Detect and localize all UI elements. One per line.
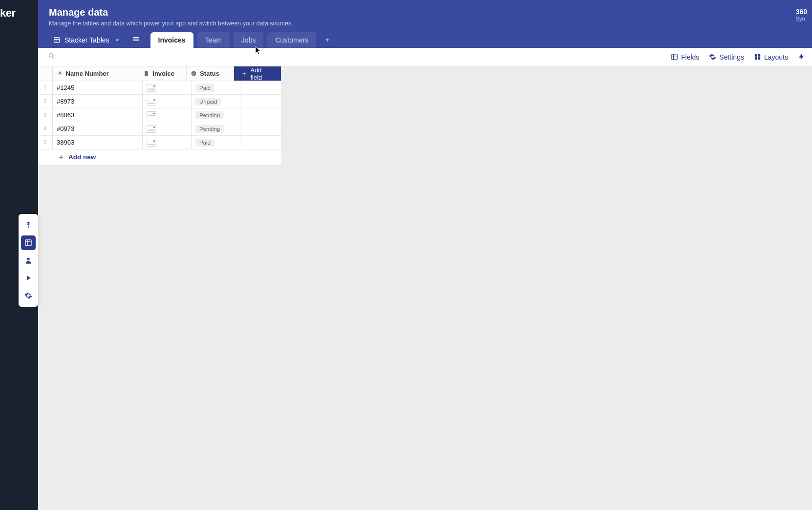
- cell-status[interactable]: Unpaid: [192, 95, 240, 108]
- table-row[interactable]: 3 #8063 Pending: [38, 108, 281, 122]
- tabs-row: Stacker Tables Invoices Team Jobs Custom…: [49, 32, 334, 48]
- cell-status[interactable]: Pending: [192, 108, 240, 122]
- row-number: 3: [38, 108, 53, 122]
- layouts-label: Layouts: [764, 53, 788, 61]
- invoice-thumb-icon: [147, 125, 156, 133]
- sync-label: Syn: [796, 16, 807, 21]
- table-row[interactable]: 1 #1245 Paid: [38, 81, 281, 95]
- tab-customers[interactable]: Customers: [267, 32, 316, 48]
- chevron-down-icon: [113, 36, 121, 44]
- svg-rect-10: [755, 54, 757, 57]
- rail-play-icon[interactable]: [21, 271, 36, 285]
- row-number: 2: [38, 95, 53, 108]
- rail-user-icon[interactable]: [21, 253, 36, 268]
- menu-icon[interactable]: [129, 32, 143, 48]
- rail-data-icon[interactable]: [21, 235, 36, 250]
- row-number: 1: [38, 81, 53, 94]
- table-row[interactable]: 4 #0973 Pending: [38, 122, 281, 136]
- col-status[interactable]: Status: [187, 66, 234, 81]
- layouts-icon: [754, 53, 761, 61]
- invoice-thumb-icon: [147, 139, 156, 147]
- cell-status[interactable]: Paid: [192, 81, 240, 94]
- cell-name[interactable]: #0973: [53, 122, 143, 135]
- fields-icon: [671, 53, 678, 61]
- datasource-icon: [53, 36, 61, 44]
- plus-icon: [58, 154, 64, 161]
- cell-name[interactable]: #8973: [53, 95, 143, 108]
- status-pill: Unpaid: [195, 98, 221, 106]
- side-rail: [19, 214, 38, 307]
- svg-point-5: [49, 54, 53, 58]
- text-type-icon: [57, 70, 63, 77]
- invoice-thumb-icon: [147, 98, 156, 106]
- fields-label: Fields: [681, 53, 699, 61]
- status-pill: Paid: [195, 139, 214, 147]
- cell-invoice[interactable]: [143, 136, 192, 149]
- logo-text: ker: [0, 7, 16, 19]
- svg-line-6: [52, 57, 54, 58]
- status-pill: Paid: [195, 84, 214, 92]
- status-icon: [191, 70, 197, 77]
- cell-invoice[interactable]: [143, 95, 192, 108]
- tab-jobs[interactable]: Jobs: [234, 32, 264, 48]
- header-sync-status: 360 Syn: [796, 8, 807, 21]
- rail-settings-icon[interactable]: [21, 288, 36, 303]
- cell-invoice[interactable]: [143, 108, 192, 122]
- data-table: Name Number Invoice Status Add field 1 #…: [38, 66, 281, 149]
- svg-rect-11: [758, 54, 760, 57]
- row-number-header: [38, 66, 53, 81]
- svg-rect-12: [755, 57, 757, 60]
- search-icon[interactable]: [48, 52, 55, 62]
- table-row[interactable]: 2 #8973 Unpaid: [38, 95, 281, 108]
- add-field-button[interactable]: Add field: [234, 66, 281, 81]
- main-area: Manage data Manage the tables and data w…: [38, 0, 812, 510]
- svg-rect-13: [758, 57, 760, 60]
- svg-point-14: [192, 71, 196, 76]
- col-name-number[interactable]: Name Number: [53, 66, 140, 81]
- bolt-button[interactable]: [798, 53, 805, 61]
- svg-rect-0: [25, 240, 31, 246]
- svg-point-3: [27, 258, 29, 260]
- cell-name[interactable]: #8063: [53, 108, 143, 122]
- cell-invoice[interactable]: [143, 81, 192, 94]
- invoice-thumb-icon: [147, 111, 156, 119]
- page-title: Manage data: [49, 7, 801, 18]
- add-new-button[interactable]: Add new: [38, 149, 281, 165]
- page-subtitle: Manage the tables and data which power y…: [49, 20, 801, 27]
- settings-button[interactable]: Settings: [709, 53, 744, 61]
- status-pill: Pending: [195, 111, 224, 119]
- cell-status[interactable]: Pending: [192, 122, 240, 135]
- layouts-button[interactable]: Layouts: [754, 53, 788, 61]
- gear-icon: [709, 53, 716, 61]
- rail-pin-icon[interactable]: [21, 218, 36, 233]
- datasource-selector[interactable]: Stacker Tables: [49, 33, 125, 47]
- fields-button[interactable]: Fields: [671, 53, 699, 61]
- sync-count: 360: [796, 8, 807, 16]
- tab-invoices[interactable]: Invoices: [150, 32, 193, 48]
- cell-name[interactable]: #1245: [53, 81, 143, 94]
- row-number: 5: [38, 136, 53, 149]
- invoice-thumb-icon: [147, 84, 156, 92]
- datasource-name: Stacker Tables: [64, 36, 109, 44]
- tab-team[interactable]: Team: [197, 32, 230, 48]
- settings-label: Settings: [719, 53, 744, 61]
- header-bar: Manage data Manage the tables and data w…: [38, 0, 812, 48]
- bolt-icon: [798, 53, 805, 61]
- toolbar: Fields Settings Layouts: [38, 48, 812, 66]
- cell-status[interactable]: Paid: [192, 136, 240, 149]
- row-number: 4: [38, 122, 53, 135]
- cell-invoice[interactable]: [143, 122, 192, 135]
- content-area: Name Number Invoice Status Add field 1 #…: [38, 66, 812, 510]
- cell-name[interactable]: 38963: [53, 136, 143, 149]
- svg-rect-4: [54, 38, 60, 43]
- add-new-label: Add new: [68, 153, 96, 161]
- table-header: Name Number Invoice Status Add field: [38, 66, 281, 81]
- plus-icon: [241, 70, 247, 77]
- status-pill: Pending: [195, 125, 224, 133]
- svg-rect-7: [672, 54, 677, 60]
- table-row[interactable]: 5 38963 Paid: [38, 136, 281, 149]
- col-invoice[interactable]: Invoice: [139, 66, 187, 81]
- add-tab-button[interactable]: +: [320, 33, 334, 47]
- document-icon: [143, 70, 150, 77]
